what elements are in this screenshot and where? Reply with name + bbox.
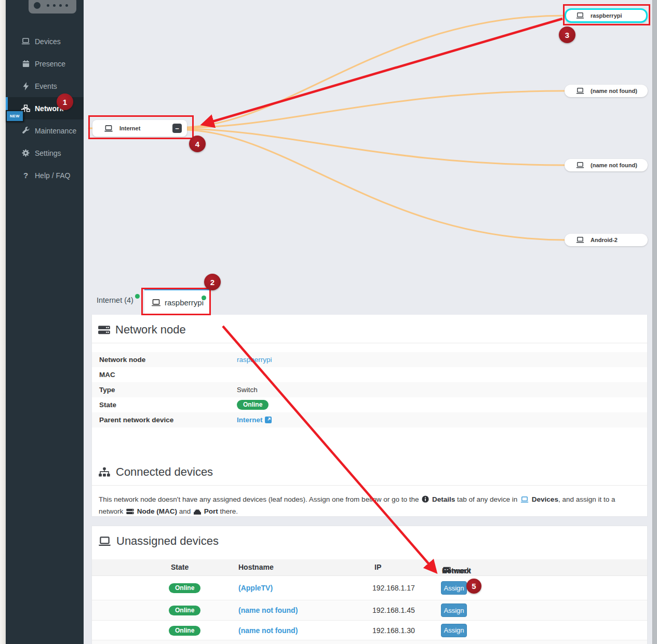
tab-internet[interactable]: Internet (4) (97, 296, 133, 304)
col-header-ip: IP (374, 563, 381, 571)
gear-icon (21, 149, 30, 157)
laptop-icon (21, 37, 30, 46)
laptop-icon (576, 88, 584, 94)
scrollbar-track[interactable] (652, 0, 657, 644)
assign-button[interactable]: Assign (441, 603, 467, 617)
status-badge: Online (169, 626, 200, 636)
node-label: Android-2 (591, 237, 618, 243)
row-label: State (99, 401, 237, 409)
laptop-icon (576, 162, 584, 168)
annotation-circle-4: 4 (189, 136, 206, 152)
scrollbar-thumb[interactable] (652, 0, 657, 644)
sidebar-item-help[interactable]: ? Help / FAQ (6, 164, 84, 186)
sitemap-icon (98, 467, 111, 477)
sidebar-item-settings[interactable]: Settings (6, 142, 84, 164)
collapse-node-button[interactable]: − (172, 124, 182, 133)
network-node-header: Network node (92, 315, 647, 343)
hostname-link[interactable]: (name not found) (238, 606, 298, 614)
online-dot (135, 294, 140, 299)
app-logo (29, 0, 76, 14)
ip-value: 192.168.1.17 (372, 584, 415, 592)
laptop-icon (520, 497, 529, 503)
table-row: Online (name not found) 192.168.1.30 Ass… (92, 621, 647, 640)
node-label: (name not found) (591, 162, 637, 168)
topology-node-android-2[interactable]: Android-2 (565, 234, 648, 246)
row-label: Type (99, 386, 237, 394)
topology-node-internet[interactable]: Internet − (92, 120, 187, 137)
tab-label: raspberrypi (165, 298, 204, 307)
server-icon (98, 325, 110, 335)
network-node-link[interactable]: raspberrypi (237, 356, 272, 364)
unassigned-devices-header: Unassigned devices (92, 526, 647, 554)
node-label: Internet (119, 125, 140, 131)
connected-devices-header: Connected devices (92, 457, 647, 485)
network-node-panel: Network node Network node raspberrypi MA… (91, 315, 648, 517)
sidebar-item-presence[interactable]: Presence (6, 52, 84, 75)
parent-device-link[interactable]: Internet (237, 416, 272, 424)
sidebar: Devices Presence Events Network (6, 0, 84, 644)
tab-label: Internet (4) (97, 296, 133, 304)
sidebar-item-events[interactable]: Events (6, 75, 84, 97)
table-row: Online (name not found) 192.168.1.45 Ass… (92, 600, 647, 621)
table-header-row: State Hostname IP Connect to the above N… (92, 559, 647, 576)
new-badge: NEW (6, 110, 24, 122)
sidebar-item-maintenance[interactable]: Maintenance (6, 119, 84, 142)
laptop-icon (576, 237, 584, 243)
sidebar-item-devices[interactable]: Devices (6, 30, 84, 52)
assign-button[interactable]: Assign (441, 624, 467, 637)
sidebar-nav: Devices Presence Events Network (6, 30, 84, 186)
wrench-icon (21, 127, 30, 135)
table-row: Parent network device Internet (92, 412, 647, 427)
col-header-hostname: Hostname (238, 563, 274, 571)
section-title: Connected devices (116, 465, 213, 479)
assign-button[interactable]: Assign (441, 581, 467, 595)
desktop-edge (0, 0, 6, 644)
table-row: MAC (92, 367, 647, 382)
network-node-table: Network node raspberrypi MAC Type Switch… (92, 352, 647, 427)
sidebar-item-label: Maintenance (35, 127, 76, 135)
laptop-icon (104, 125, 113, 132)
unassigned-devices-table: State Hostname IP Connect to the above N… (92, 559, 647, 644)
calendar-icon (21, 60, 30, 68)
laptop-icon (98, 536, 111, 546)
hostname-link[interactable]: (name not found) (238, 626, 298, 635)
logo-dots (47, 4, 68, 7)
server-icon (126, 508, 134, 515)
type-value: Switch (237, 386, 258, 394)
topology-node-raspberrypi[interactable]: raspberrypi (565, 8, 648, 23)
hostname-link[interactable]: (AppleTV) (238, 584, 273, 592)
table-row: Online (AppleTV) 192.168.1.17 Assign (92, 576, 647, 600)
sidebar-item-label: Network (35, 104, 63, 113)
topology-node-unnamed-2[interactable]: (name not found) (565, 159, 648, 171)
online-dot (202, 296, 206, 300)
ethernet-port-icon (194, 509, 201, 515)
status-badge: Online (169, 606, 200, 615)
section-title: Network node (115, 323, 186, 337)
topology-node-unnamed-1[interactable]: (name not found) (565, 85, 648, 97)
row-label: MAC (99, 371, 237, 379)
sidebar-item-label: Help / FAQ (35, 171, 70, 180)
table-row: Type Switch (92, 382, 647, 397)
annotation-circle-2: 2 (204, 274, 221, 290)
status-badge: Online (237, 400, 269, 410)
laptop-icon (576, 12, 584, 19)
col-header-state: State (171, 563, 189, 571)
bolt-icon (21, 82, 30, 90)
sidebar-item-label: Devices (35, 37, 61, 46)
sidebar-item-label: Settings (35, 149, 61, 157)
logo-dot (34, 2, 41, 9)
unassigned-devices-panel: Unassigned devices State Hostname IP Con… (91, 526, 648, 644)
question-icon: ? (21, 171, 30, 180)
divider (92, 343, 647, 343)
app-window: Devices Presence Events Network (0, 0, 657, 644)
table-row: State Online (92, 397, 647, 412)
devices-link[interactable]: Devices (532, 495, 558, 503)
node-label: (name not found) (591, 88, 637, 94)
annotation-circle-3: 3 (559, 26, 575, 43)
laptop-icon (151, 299, 161, 306)
tab-raspberrypi[interactable]: raspberrypi (144, 289, 210, 315)
row-label: Parent network device (99, 416, 237, 424)
sidebar-item-label: Events (35, 82, 57, 90)
ip-value: 192.168.1.30 (372, 626, 415, 635)
sidebar-item-label: Presence (35, 60, 65, 68)
